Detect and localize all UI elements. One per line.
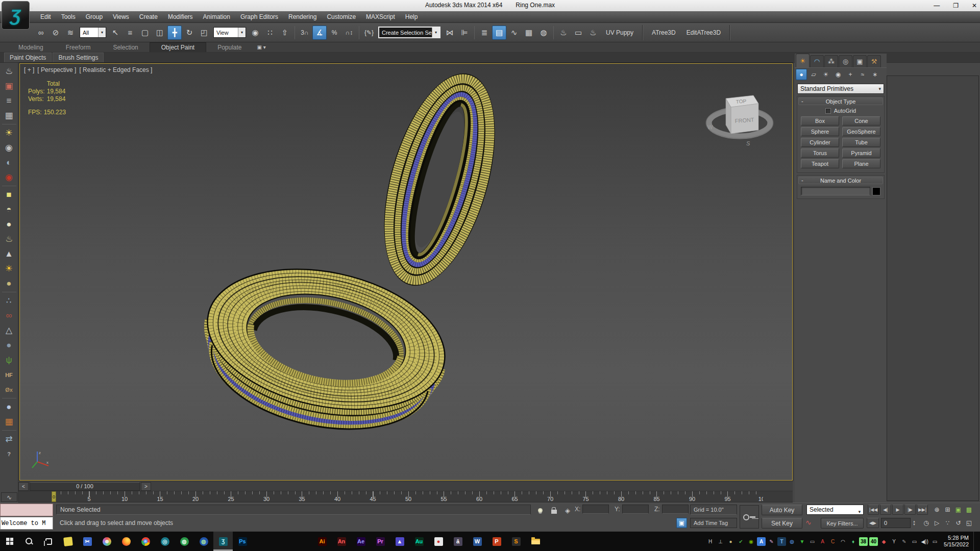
rectangular-selection-region-icon[interactable]: ▢ [138,26,152,40]
subcat-space-warps[interactable]: ≈ [857,69,868,80]
select-and-rotate-icon[interactable]: ↻ [182,26,197,40]
open-mini-curve-editor-button[interactable]: ∿ [1,492,17,502]
select-by-name-icon[interactable]: ≡ [123,26,137,40]
next-frame-arrow[interactable]: > [141,482,151,491]
subcat-helpers[interactable]: + [845,69,856,80]
object-button-cylinder[interactable]: Cylinder [801,138,839,147]
menu-rendering[interactable]: Rendering [284,12,321,22]
tray-hotspot-icon[interactable]: H [706,537,715,546]
selection-set-dropdown[interactable]: Selected▼ [806,505,864,515]
reference-coordinate-system-dropdown[interactable]: View▾ [213,27,246,38]
rendered-frame-window-icon[interactable]: ▭ [571,26,585,40]
task-view-button[interactable] [39,532,58,551]
render-last-icon[interactable]: ♨ [2,64,17,79]
previous-frame-arrow[interactable]: < [18,482,29,491]
application-menu-caret-icon[interactable]: ▾ [31,6,33,11]
illustrator-icon[interactable]: Ai [312,532,332,551]
ribbon-tab-selection[interactable]: Selection [102,42,149,52]
percent-snap-toggle-icon[interactable]: % [327,26,341,40]
pyramid-helper-icon[interactable]: △ [2,323,17,338]
media-app-icon[interactable]: ▲ [390,532,409,551]
select-object-icon[interactable]: ↖ [108,26,122,40]
orbit-button[interactable]: ↺ [953,518,963,528]
viewport-general-menu[interactable]: [ + ] [24,66,34,73]
current-frame-marker[interactable]: 0 [52,491,56,502]
name-color-rollout-header[interactable]: - Name and Color [798,177,883,184]
tray-shield-icon[interactable]: ✔ [737,537,745,546]
absolute-offset-mode-icon[interactable]: ◈ [562,505,573,515]
render-production-icon[interactable]: ♨ [586,26,600,40]
menu-tools[interactable]: Tools [57,12,80,22]
object-button-geosphere[interactable]: GeoSphere [842,127,880,136]
tray-wheel-icon[interactable]: ◍ [788,537,796,546]
box-primitive-icon[interactable]: ■ [2,187,17,202]
object-name-input[interactable] [801,187,870,195]
chevron-down-icon[interactable]: ▾ [98,28,106,37]
tray-badge-38[interactable]: 38 [859,537,868,546]
select-and-manipulate-icon[interactable]: ∷ [263,26,277,40]
angle-snap-toggle-icon[interactable]: ∡ [312,26,327,40]
start-button[interactable] [0,532,19,551]
play-button[interactable]: ▶ [892,505,903,515]
object-button-tube[interactable]: Tube [842,138,880,147]
schematic-view-icon[interactable]: ▦ [522,26,536,40]
close-button[interactable]: ✕ [972,2,977,9]
current-frame-field[interactable]: 0 [881,518,911,528]
time-configuration-button[interactable]: ◷ [921,518,931,528]
window-crossing-icon[interactable]: ◫ [153,26,167,40]
menu-customize[interactable]: Customize [322,12,360,22]
object-button-teapot[interactable]: Teapot [801,159,839,168]
menu-views[interactable]: Views [108,12,134,22]
premiere-icon[interactable]: Pr [371,532,390,551]
scatter-icon[interactable]: ∴ [2,293,17,308]
add-time-tag[interactable]: Add Time Tag [690,518,737,528]
firefox-icon[interactable] [116,532,136,551]
metaballs-icon[interactable]: ∞ [2,308,17,323]
tray-nvidia-icon[interactable]: ◉ [747,537,755,546]
menu-maxscript[interactable]: MAXScript [361,12,400,22]
go-to-end-button[interactable]: ▶▶| [917,505,928,515]
grass-icon[interactable]: ψ [2,353,17,367]
walk-through-button[interactable]: ∵ [943,518,952,528]
tab-hierarchy[interactable]: ⁂ [824,55,838,67]
set-key-button[interactable]: Set Key [762,518,802,529]
red-camera-icon[interactable]: ◉ [2,170,17,185]
object-button-torus[interactable]: Torus [801,148,839,158]
audition-icon[interactable]: Au [409,532,429,551]
cone-primitive-icon[interactable]: ▲ [2,246,17,261]
tray-pen-icon[interactable]: ✎ [900,537,909,546]
teapot-primitive-icon[interactable]: ♨ [2,232,17,246]
render-setup-window-icon[interactable]: ▣ [2,79,17,93]
snaps-toggle-3d-icon[interactable]: 3∩ [298,26,312,40]
select-and-move-icon[interactable]: ╋ [167,26,182,40]
tray-red-app-icon[interactable]: ◆ [879,537,888,546]
tray-translate-icon[interactable]: T [777,537,786,546]
subtab-brush-settings[interactable]: Brush Settings [53,53,104,62]
light-lister-icon[interactable]: ≡ [2,93,17,108]
menu-edit[interactable]: Edit [36,12,56,22]
object-button-pyramid[interactable]: Pyramid [842,148,880,158]
spinner-snap-toggle-icon[interactable]: ∩↕ [342,26,356,40]
help-icon[interactable]: ? [2,446,17,461]
snipping-tool-icon[interactable]: ✂ [78,532,97,551]
object-button-plane[interactable]: Plane [842,159,880,168]
maximize-button[interactable]: ❐ [953,2,959,9]
application-button[interactable]: Ʒ [2,1,30,30]
align-icon[interactable]: ⊫ [457,26,472,40]
tray-moon-icon[interactable]: ● [726,537,735,546]
globe-green-icon[interactable]: ◍ [175,532,194,551]
z-coordinate-field[interactable] [662,505,689,514]
uv-puppy-button[interactable]: UV Puppy [601,29,639,36]
tray-battery-icon[interactable]: ▭ [910,537,919,546]
select-and-link-icon[interactable]: ∞ [34,26,48,40]
ribbon-overflow-button[interactable]: ▣ ▾ [253,42,270,52]
x-coordinate-field[interactable] [582,505,609,514]
dome-primitive-icon[interactable]: ◓ [2,202,17,217]
show-desktop-button[interactable] [973,532,976,551]
chevron-down-icon[interactable]: ▾ [432,28,439,37]
category-dropdown[interactable]: Standard Primitives▾ [797,84,884,94]
after-effects-icon[interactable]: Ae [351,532,371,551]
selection-filter-dropdown[interactable]: All▾ [80,27,106,38]
frame-spinner[interactable]: ▲▼ [912,518,917,528]
named-selection-sets-combo[interactable]: Create Selection Se▾ [378,27,440,38]
